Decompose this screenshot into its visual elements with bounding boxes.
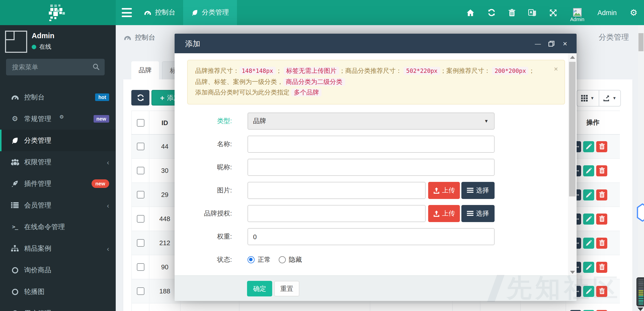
edit-button[interactable] bbox=[583, 310, 594, 311]
row-checkbox[interactable] bbox=[137, 167, 144, 174]
select-all-checkbox[interactable] bbox=[137, 119, 144, 126]
dialog-body: × 品牌推荐尺寸：148*148px； 标签无需上传图片；商品分类推荐尺寸： 5… bbox=[175, 53, 568, 276]
upload-icon bbox=[433, 187, 439, 194]
sidebar-item-permission[interactable]: 权限管理 ‹ bbox=[0, 151, 116, 173]
brand-auth-input[interactable] bbox=[248, 205, 426, 222]
row-checkbox[interactable] bbox=[137, 143, 144, 150]
edit-button[interactable] bbox=[583, 237, 594, 248]
edit-button[interactable] bbox=[583, 165, 594, 176]
refresh-icon[interactable] bbox=[488, 9, 496, 17]
image-choose-button[interactable]: 选择 bbox=[461, 182, 495, 199]
sitemap-icon bbox=[10, 245, 20, 252]
brand-auth-label: 品牌授权: bbox=[175, 205, 232, 222]
nickname-input[interactable] bbox=[248, 159, 495, 176]
delete-button[interactable] bbox=[596, 310, 607, 311]
language-icon[interactable] bbox=[528, 9, 536, 16]
menu-label: 用户管理 bbox=[24, 309, 51, 311]
maximize-icon[interactable] bbox=[548, 40, 555, 47]
trash-icon[interactable] bbox=[509, 9, 515, 16]
delete-button[interactable] bbox=[596, 165, 607, 176]
form-row-name: 名称: bbox=[175, 136, 557, 153]
sidebar-item-inquiry-goods[interactable]: 询价商品 bbox=[0, 259, 116, 281]
scroll-up-arrow[interactable] bbox=[568, 53, 577, 61]
auth-choose-button[interactable]: 选择 bbox=[461, 205, 495, 222]
nav-tab-category[interactable]: 分类管理 bbox=[183, 0, 237, 25]
scrollbar-thumb[interactable] bbox=[569, 62, 576, 196]
logo[interactable] bbox=[0, 0, 116, 25]
form-row-image: 图片: 上传 选择 bbox=[175, 182, 557, 199]
list-icon bbox=[10, 202, 20, 209]
form-row-type: 类型: 品牌 ▼ bbox=[175, 113, 557, 130]
leaf-icon bbox=[10, 137, 20, 144]
navbar-avatar[interactable]: Admin bbox=[570, 8, 584, 22]
type-select[interactable]: 品牌 ▼ bbox=[248, 113, 495, 130]
sidebar-item-online-command[interactable]: >_ 在线命令管理 bbox=[0, 216, 116, 238]
scrollbar-thumb[interactable] bbox=[638, 33, 643, 51]
breadcrumb-item[interactable]: 控制台 bbox=[135, 33, 155, 42]
minimize-icon[interactable]: — bbox=[534, 40, 541, 47]
status-hidden-radio[interactable] bbox=[279, 256, 286, 263]
sidebar-item-users-manage[interactable]: 用户管理 bbox=[0, 302, 116, 311]
delete-button[interactable] bbox=[596, 286, 607, 297]
table-settings-group: ▼ ▼ bbox=[577, 90, 621, 107]
form-row-nickname: 昵称: bbox=[175, 159, 557, 176]
image-input[interactable] bbox=[248, 182, 426, 199]
cell-type: 品牌 bbox=[181, 303, 239, 311]
edit-button[interactable] bbox=[583, 189, 594, 200]
delete-button[interactable] bbox=[596, 213, 607, 224]
row-checkbox[interactable] bbox=[137, 239, 144, 247]
dialog-titlebar[interactable]: 添加 — × bbox=[175, 34, 577, 53]
delete-button[interactable] bbox=[596, 141, 607, 152]
sidebar-item-dashboard[interactable]: 控制台 hot bbox=[0, 86, 116, 108]
reset-button[interactable]: 重置 bbox=[274, 281, 299, 296]
scroll-down-arrow[interactable] bbox=[568, 268, 577, 276]
nav-tab-dashboard[interactable]: 控制台 bbox=[136, 0, 183, 25]
settings-gear-icon[interactable]: ⚙⚙ bbox=[630, 8, 638, 17]
row-checkbox[interactable] bbox=[137, 191, 144, 198]
circle-icon bbox=[10, 267, 20, 274]
edit-button[interactable] bbox=[583, 141, 594, 152]
caret-down-icon: ▼ bbox=[590, 96, 594, 100]
widget-caret-down-icon[interactable] bbox=[637, 307, 643, 311]
sidebar-item-plugins[interactable]: 插件管理 new bbox=[0, 173, 116, 194]
row-checkbox[interactable] bbox=[137, 215, 144, 223]
fullscreen-icon[interactable] bbox=[549, 9, 557, 16]
close-icon[interactable]: × bbox=[561, 40, 569, 47]
equalizer-widget[interactable] bbox=[636, 277, 644, 306]
sidebar-avatar-broken-image[interactable] bbox=[5, 31, 27, 53]
sidebar-item-carousel[interactable]: 轮播图 bbox=[0, 281, 116, 302]
name-input[interactable] bbox=[248, 136, 495, 153]
image-upload-button[interactable]: 上传 bbox=[428, 182, 460, 199]
sidebar-item-cases[interactable]: 精品案例 ‹ bbox=[0, 238, 116, 259]
sidebar-toggle-button[interactable] bbox=[122, 8, 132, 17]
weight-input[interactable] bbox=[248, 228, 495, 245]
edit-button[interactable] bbox=[583, 213, 594, 224]
columns-dropdown-button[interactable]: ▼ bbox=[577, 90, 598, 106]
delete-button[interactable] bbox=[596, 189, 607, 200]
sidebar-item-members[interactable]: 会员管理 ‹ bbox=[0, 194, 116, 216]
floating-hexagon-widget[interactable] bbox=[636, 203, 644, 222]
row-checkbox[interactable] bbox=[137, 263, 144, 271]
auth-upload-button[interactable]: 上传 bbox=[428, 205, 460, 222]
navbar-username[interactable]: Admin bbox=[597, 9, 617, 16]
sidebar-item-category[interactable]: 分类管理 bbox=[0, 130, 116, 151]
menu-search-input[interactable] bbox=[6, 59, 93, 75]
edit-button[interactable] bbox=[583, 262, 594, 273]
form-row-brand-auth: 品牌授权: 上传 选择 bbox=[175, 205, 557, 222]
edit-button[interactable] bbox=[583, 286, 594, 297]
move-button[interactable] bbox=[570, 310, 581, 311]
sidebar-item-general[interactable]: ⚙⚙ 常规管理 new bbox=[0, 108, 116, 130]
row-checkbox[interactable] bbox=[137, 287, 144, 295]
refresh-button[interactable] bbox=[131, 90, 149, 106]
table-row: 52品牌Electrolux/伊莱克斯伊莱克斯273正常 bbox=[131, 303, 620, 311]
status-normal-radio[interactable] bbox=[248, 256, 255, 263]
search-icon[interactable] bbox=[93, 63, 100, 70]
delete-button[interactable] bbox=[596, 237, 607, 248]
tab-brand[interactable]: 品牌 bbox=[131, 61, 159, 79]
confirm-button[interactable]: 确定 bbox=[247, 281, 272, 296]
export-dropdown-button[interactable]: ▼ bbox=[598, 90, 620, 106]
alert-close-icon[interactable]: × bbox=[554, 64, 558, 75]
home-icon[interactable] bbox=[466, 9, 474, 16]
delete-button[interactable] bbox=[596, 262, 607, 273]
menu-label: 权限管理 bbox=[24, 158, 51, 167]
